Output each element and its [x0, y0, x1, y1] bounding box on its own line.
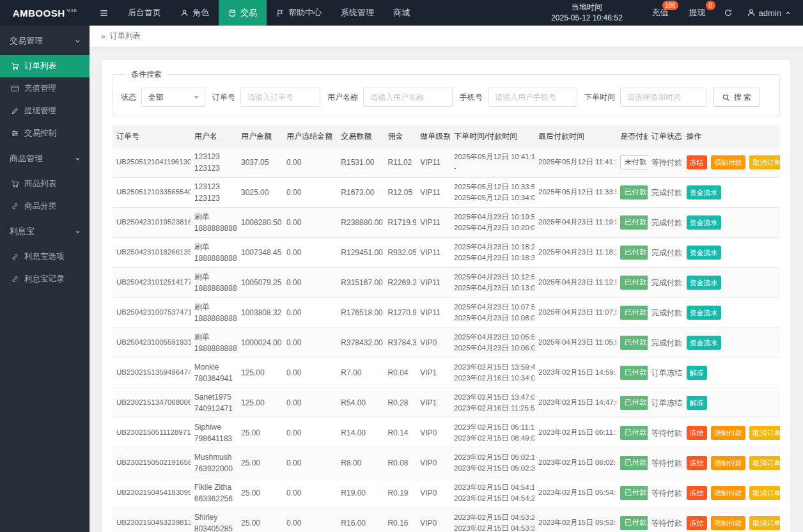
cell-order-no: UB2302151347068006 — [113, 388, 191, 418]
nav-item-help-center[interactable]: 帮助中心 — [267, 0, 331, 26]
action-button[interactable]: 取消订单 — [749, 516, 780, 531]
nav-item-trade[interactable]: 交易 — [219, 0, 267, 26]
sidebar-item-recharge-management[interactable]: 充值管理 — [0, 77, 90, 100]
nav-item-mall[interactable]: 商城 — [384, 0, 419, 26]
nav-item-home[interactable]: 后台首页 — [118, 0, 171, 26]
username-line1: Mushmush — [194, 451, 233, 463]
cell-order-pay-time: 2025年04月23日 10:18:26 2025年04月23日 10:18:3… — [450, 238, 534, 268]
cell-order-pay-time: 2025年05月12日 10:41:19 - — [450, 148, 534, 178]
local-time-value: 2025-05-12 10:46:52 — [551, 13, 622, 24]
username-line2: 18888888888 — [194, 253, 233, 264]
sidebar-item-label: 利息宝记录 — [24, 274, 65, 285]
action-button[interactable]: 冻结 — [687, 516, 707, 531]
action-button[interactable]: 资金流水 — [687, 185, 721, 200]
phone-label: 手机号 — [460, 92, 483, 103]
action-button[interactable]: 资金流水 — [687, 215, 721, 230]
sidebar-item-product-list[interactable]: 商品列表 — [0, 173, 90, 195]
action-button[interactable]: 强制付款 — [711, 456, 745, 471]
action-button[interactable]: 取消订单 — [749, 426, 780, 441]
action-button[interactable]: 资金流水 — [687, 276, 721, 290]
cell-last-pay-time: 2025年05月12日 11:41:19 — [534, 148, 616, 178]
sidebar-item-product-category[interactable]: 商品分类 — [0, 195, 90, 217]
action-button[interactable]: 冻结 — [687, 456, 707, 471]
order-no-input[interactable] — [240, 88, 320, 107]
cell-balance: 25.00 — [237, 508, 283, 532]
cell-commission: R0.14 — [384, 418, 416, 448]
search-panel: 条件搜索 状态 全部 订单号 — [113, 69, 780, 116]
pay-time: 2025年04月23日 10:20:00 — [454, 223, 531, 233]
chevron-up-icon — [784, 10, 791, 17]
sidebar-item-interest-options[interactable]: 利息宝选项 — [0, 246, 90, 268]
phone-input[interactable] — [488, 88, 577, 107]
cell-username: 刷单 18888888888 — [191, 268, 237, 298]
nav-item-role[interactable]: 角色 — [171, 0, 219, 26]
action-button[interactable]: 冻结 — [687, 426, 707, 441]
cell-balance: 25.00 — [237, 418, 283, 448]
sidebar-section-interest[interactable]: 利息宝 — [0, 217, 90, 246]
sidebar-item-order-list[interactable]: 订单列表 — [0, 55, 90, 77]
username-line1: 123123 — [194, 151, 233, 162]
table-row: UB2505121033565540 123123 123123 3025.00… — [113, 178, 780, 208]
username-line2: 663362256 — [194, 493, 233, 505]
username-line2: 18888888888 — [194, 343, 233, 354]
cell-commission: R0.16 — [384, 508, 416, 532]
order-time-input[interactable] — [620, 88, 706, 107]
withdraw-button[interactable]: 提现 0 — [679, 0, 716, 26]
action-button[interactable]: 取消订单 — [749, 486, 780, 501]
cell-order-status: 完成付款 — [648, 208, 683, 238]
action-button[interactable]: 强制付款 — [711, 426, 745, 441]
search-icon — [722, 93, 730, 102]
action-button[interactable]: 强制付款 — [711, 155, 745, 170]
order-time: 2023年02月15日 13:59:49 — [454, 362, 531, 373]
cell-balance: 1000024.00 — [237, 328, 283, 358]
cell-level: VIP1 — [416, 358, 450, 388]
action-button[interactable]: 冻结 — [687, 155, 707, 170]
table-row: UB2504231005591931 刷单 18888888888 100002… — [113, 328, 780, 358]
refresh-button[interactable] — [716, 0, 740, 26]
sidebar-section-product-management[interactable]: 商品管理 — [0, 145, 90, 173]
action-button[interactable]: 取消订单 — [749, 456, 780, 471]
column-header: 操作 — [683, 125, 780, 148]
sidebar-item-trade-control[interactable]: 交易控制 — [0, 122, 90, 145]
user-menu[interactable]: admin — [740, 8, 803, 18]
cell-order-status: 订单冻结 — [648, 388, 683, 418]
cell-order-status: 完成付款 — [648, 178, 683, 208]
action-button[interactable]: 强制付款 — [711, 486, 745, 501]
cell-order-status: 等待付款 — [648, 418, 683, 448]
user-name-input[interactable] — [363, 88, 453, 107]
cell-order-status: 等待付款 — [648, 448, 683, 478]
table-header-row: 订单号 用户名 用户余额 用户冻结金额 交易数额 佣金 做单级别 下单时间/付款… — [113, 125, 780, 148]
action-button[interactable]: 资金流水 — [687, 306, 721, 320]
search-panel-title: 条件搜索 — [126, 69, 167, 80]
brand-name: AMBOOSH — [13, 8, 65, 19]
cell-level: VIP11 — [416, 178, 450, 208]
action-button[interactable]: 取消订单 — [749, 155, 780, 170]
coin-icon — [228, 9, 237, 17]
pay-status-badge: 已付款 — [620, 336, 648, 349]
search-button[interactable]: 搜 索 — [713, 88, 760, 107]
table-row: UB2302150511128971 Siphiwe 798641183 25.… — [113, 418, 780, 448]
status-label: 状态 — [121, 92, 136, 103]
action-button[interactable]: 资金流水 — [687, 246, 721, 260]
pay-status-badge: 已付款 — [620, 215, 648, 229]
sidebar-item-interest-records[interactable]: 利息宝记录 — [0, 268, 90, 290]
cell-commission: R0.19 — [384, 478, 416, 508]
order-time: 2023年02月15日 05:02:19 — [454, 452, 531, 463]
status-select[interactable]: 全部 — [141, 88, 205, 107]
action-button[interactable]: 强制付款 — [711, 516, 745, 531]
cell-trade-amount: R54.00 — [337, 388, 384, 418]
action-button[interactable]: 解冻 — [687, 396, 707, 411]
action-button[interactable]: 冻结 — [687, 486, 707, 501]
hamburger-menu-button[interactable] — [90, 0, 118, 26]
table-row: UB2302150453239813 Shirley 803405285 25.… — [113, 508, 780, 532]
sidebar-item-withdraw-management[interactable]: 提现管理 — [0, 100, 90, 122]
recharge-button[interactable]: 充值 186 — [642, 0, 679, 26]
action-button[interactable]: 解冻 — [687, 366, 707, 380]
cell-username: 刷单 18888888888 — [191, 328, 237, 358]
order-time: 2023年02月15日 13:47:06 — [454, 392, 531, 403]
nav-item-system[interactable]: 系统管理 — [331, 0, 384, 26]
action-button[interactable]: 资金流水 — [687, 336, 721, 350]
sidebar-section-trade-management[interactable]: 交易管理 — [0, 27, 90, 55]
cell-operations: 资金流水 — [683, 298, 780, 328]
username-line2: 123123 — [194, 192, 233, 204]
